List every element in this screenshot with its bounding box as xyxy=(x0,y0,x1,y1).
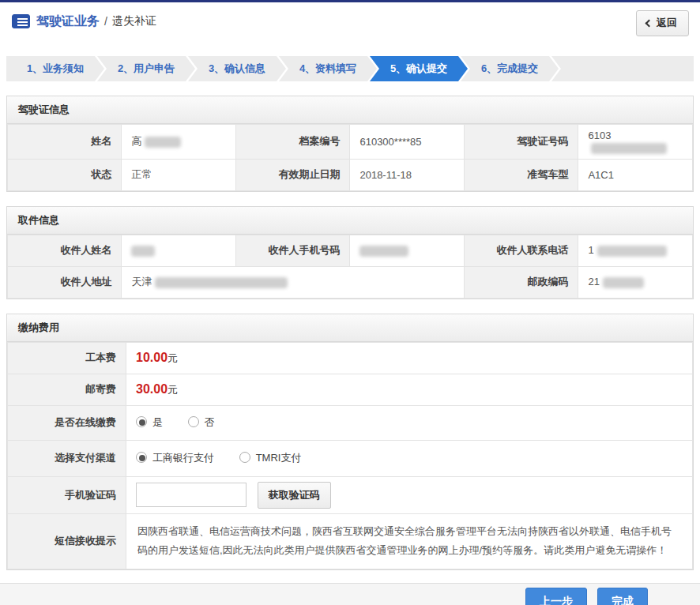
radio-icbc-icon[interactable] xyxy=(136,452,147,463)
redacted-blur xyxy=(603,277,644,288)
postcode-value-text: 21 xyxy=(588,276,599,287)
online-payment-options: 是 否 xyxy=(126,405,693,440)
sms-code-field-cell: 获取验证码 xyxy=(126,476,693,513)
redacted-blur xyxy=(155,277,288,288)
license-number-label: 驾驶证号码 xyxy=(465,125,578,160)
name-label: 姓名 xyxy=(8,125,122,160)
back-chevron-icon xyxy=(645,19,653,27)
back-button[interactable]: 返回 xyxy=(636,10,689,36)
payment-channel-options: 工商银行支付 TMRI支付 xyxy=(126,440,693,476)
table-row: 收件人地址 天津 邮政编码 21 xyxy=(8,266,693,298)
online-no-label: 否 xyxy=(205,416,215,428)
channel-tmri-label: TMRI支付 xyxy=(256,452,302,464)
step-1-business-notice[interactable]: 1、业务须知 xyxy=(6,56,104,81)
redacted-blur xyxy=(591,143,667,154)
channel-icbc-label: 工商银行支付 xyxy=(152,452,214,464)
payment-channel-label: 选择支付渠道 xyxy=(8,440,126,476)
previous-step-button[interactable]: 上一步 xyxy=(525,588,587,605)
postcode-label: 邮政编码 xyxy=(465,266,578,298)
recipient-mobile-label: 收件人手机号码 xyxy=(236,235,350,266)
redacted-blur xyxy=(131,246,155,257)
online-yes-label: 是 xyxy=(152,416,163,428)
online-payment-label: 是否在线缴费 xyxy=(8,405,126,440)
license-info-table: 姓名 高 档案编号 610300****85 驾驶证号码 6103 状态 正常 … xyxy=(7,124,693,191)
recipient-name-value xyxy=(122,235,236,266)
status-value: 正常 xyxy=(122,159,236,190)
postcode-value: 21 xyxy=(578,266,693,298)
license-info-title: 驾驶证信息 xyxy=(7,96,693,124)
recipient-phone-value-text: 1 xyxy=(588,244,593,256)
status-label: 状态 xyxy=(8,159,122,190)
footer-action-bar: 上一步 完成 xyxy=(0,583,700,605)
table-row: 收件人姓名 收件人手机号码 收件人联系电话 1 xyxy=(8,235,693,266)
recipient-phone-value: 1 xyxy=(578,235,693,266)
table-row: 是否在线缴费 是 否 xyxy=(8,405,693,440)
recipient-mobile-value xyxy=(350,235,465,266)
status-value-text: 正常 xyxy=(131,168,152,180)
breadcrumb-current: 遗失补证 xyxy=(112,14,156,28)
table-row: 姓名 高 档案编号 610300****85 驾驶证号码 6103 xyxy=(8,125,693,160)
sms-code-label: 手机验证码 xyxy=(8,476,126,513)
step-6-complete-submit[interactable]: 6、完成提交 xyxy=(461,56,559,81)
page-header: 驾驶证业务 / 遗失补证 返回 xyxy=(0,2,700,40)
file-number-value-text: 610300****85 xyxy=(359,136,421,148)
expiry-date-value: 2018-11-18 xyxy=(350,159,465,190)
pickup-info-title: 取件信息 xyxy=(7,207,693,235)
table-row: 工本费 10.00元 xyxy=(8,342,693,374)
name-value: 高 xyxy=(122,125,236,160)
production-fee-value: 10.00元 xyxy=(126,342,693,374)
license-list-icon xyxy=(12,14,30,28)
table-row: 状态 正常 有效期止日期 2018-11-18 准驾车型 A1C1 xyxy=(8,159,693,190)
postage-fee-value: 30.00元 xyxy=(126,374,693,405)
recipient-phone-label: 收件人联系电话 xyxy=(465,235,578,266)
breadcrumb-separator: / xyxy=(104,15,107,28)
vehicle-class-value-text: A1C1 xyxy=(588,169,614,181)
table-row: 手机验证码 获取验证码 xyxy=(8,476,693,513)
recipient-address-value: 天津 xyxy=(122,266,465,298)
redacted-blur xyxy=(359,246,408,257)
step-4-fill-materials[interactable]: 4、资料填写 xyxy=(279,56,377,81)
redacted-blur xyxy=(145,137,181,148)
license-number-value-text: 6103 xyxy=(588,130,611,141)
pickup-info-section: 取件信息 收件人姓名 收件人手机号码 收件人联系电话 1 收件人地址 天津 邮政… xyxy=(6,206,694,299)
expiry-date-label: 有效期止日期 xyxy=(236,159,350,190)
production-fee-amount: 10.00 xyxy=(136,351,167,364)
channel-option-icbc[interactable]: 工商银行支付 xyxy=(136,452,214,464)
table-row: 短信接收提示 因陕西省联通、电信运营商技术问题，陕西省互联网交通安全综合服务管理… xyxy=(8,513,693,569)
get-sms-code-button[interactable]: 获取验证码 xyxy=(258,482,331,509)
recipient-name-label: 收件人姓名 xyxy=(8,235,122,266)
expiry-date-value-text: 2018-11-18 xyxy=(359,169,412,181)
file-number-value: 610300****85 xyxy=(350,125,465,160)
sms-code-input[interactable] xyxy=(136,483,247,507)
vehicle-class-value: A1C1 xyxy=(578,159,693,190)
online-payment-option-yes[interactable]: 是 xyxy=(136,416,163,428)
radio-yes-icon[interactable] xyxy=(136,416,147,427)
step-2-user-declaration[interactable]: 2、用户申告 xyxy=(97,56,195,81)
channel-option-tmri[interactable]: TMRI支付 xyxy=(239,452,302,464)
finish-button[interactable]: 完成 xyxy=(597,588,648,605)
redacted-blur xyxy=(597,246,667,257)
postage-fee-label: 邮寄费 xyxy=(8,374,126,405)
step-5-confirm-submit[interactable]: 5、确认提交 xyxy=(370,56,468,81)
payment-table: 工本费 10.00元 邮寄费 30.00元 是否在线缴费 是 否 选择支付渠道 … xyxy=(7,342,693,569)
pickup-info-table: 收件人姓名 收件人手机号码 收件人联系电话 1 收件人地址 天津 邮政编码 21 xyxy=(7,235,693,299)
step-3-confirm-info[interactable]: 3、确认信息 xyxy=(188,56,286,81)
radio-no-icon[interactable] xyxy=(188,416,199,427)
sms-notice-text: 因陕西省联通、电信运营商技术问题，陕西省互联网交通安全综合服务管理平台无法向持陕… xyxy=(126,513,693,569)
postage-fee-amount: 30.00 xyxy=(136,382,167,396)
file-number-label: 档案编号 xyxy=(236,125,350,160)
license-number-value: 6103 xyxy=(578,125,693,160)
vehicle-class-label: 准驾车型 xyxy=(465,159,578,190)
radio-tmri-icon[interactable] xyxy=(239,452,250,463)
sms-notice-label: 短信接收提示 xyxy=(8,513,126,569)
table-row: 选择支付渠道 工商银行支付 TMRI支付 xyxy=(8,440,693,476)
payment-section: 缴纳费用 工本费 10.00元 邮寄费 30.00元 是否在线缴费 是 否 选择… xyxy=(6,314,694,570)
recipient-address-label: 收件人地址 xyxy=(8,266,122,298)
page-title: 驾驶证业务 xyxy=(36,13,100,30)
online-payment-option-no[interactable]: 否 xyxy=(188,416,215,428)
production-fee-label: 工本费 xyxy=(8,342,126,374)
recipient-address-value-text: 天津 xyxy=(131,276,152,287)
name-value-text: 高 xyxy=(131,135,141,147)
table-row: 邮寄费 30.00元 xyxy=(8,374,693,405)
production-fee-unit: 元 xyxy=(167,352,178,364)
